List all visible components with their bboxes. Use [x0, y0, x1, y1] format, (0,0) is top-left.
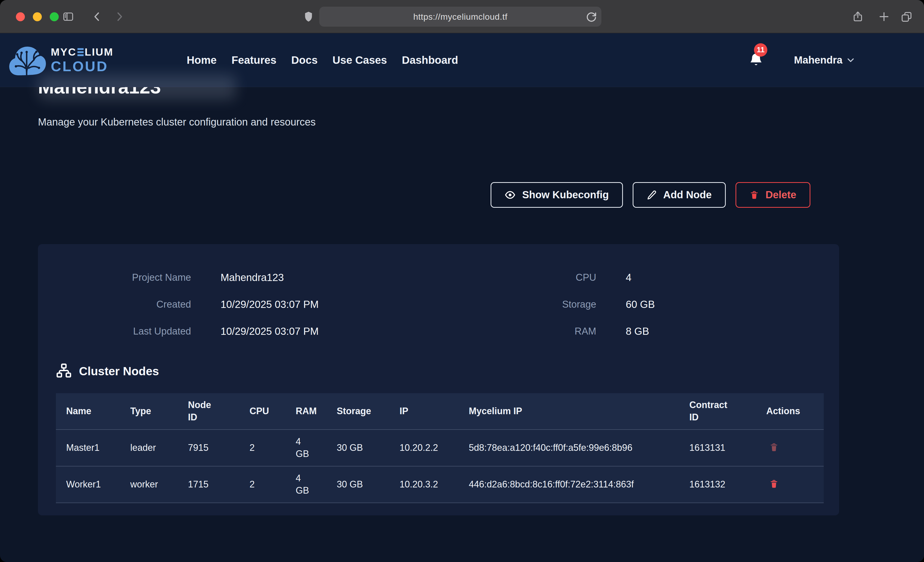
- delete-node-icon[interactable]: [766, 477, 782, 492]
- nav-item-features[interactable]: Features: [232, 54, 276, 66]
- traffic-lights: [16, 12, 59, 21]
- nav-links: Home Features Docs Use Cases Dashboard: [187, 54, 458, 66]
- delete-node-icon[interactable]: [766, 440, 782, 456]
- mycelium-cloud-logo-icon: [8, 42, 46, 79]
- table-row: Worker1 worker 1715 2 4 GB 30 GB 10.20.3…: [56, 466, 824, 503]
- cell-ip: 10.20.2.2: [389, 436, 459, 460]
- privacy-shield-icon: [303, 11, 314, 22]
- col-name: Name: [56, 399, 120, 423]
- brand-e-glyph: [78, 48, 84, 56]
- cell-name: Worker1: [56, 472, 120, 496]
- col-ip: IP: [389, 399, 459, 423]
- sidebar-toggle-icon[interactable]: [62, 11, 74, 22]
- url-text: https://myceliumcloud.tf: [413, 12, 507, 22]
- cpu-value: 4: [626, 272, 821, 283]
- add-node-button[interactable]: Add Node: [633, 182, 726, 208]
- cell-contract-id: 1613132: [679, 472, 756, 496]
- cell-contract-id: 1613131: [679, 436, 756, 460]
- cpu-label: CPU: [507, 272, 596, 283]
- col-mycelium-ip: Mycelium IP: [459, 399, 679, 423]
- cell-name: Master1: [56, 436, 120, 460]
- cell-ram: 4 GB: [285, 430, 327, 466]
- cell-node-id: 1715: [178, 472, 239, 496]
- cell-cpu: 2: [239, 436, 285, 460]
- site-navbar: MYC LIUM CLOUD Home Features Docs Use Ca…: [0, 33, 924, 87]
- cluster-card: Project Name Mahendra123 CPU 4 Created 1…: [38, 244, 839, 516]
- cluster-actions: Show Kubeconfig Add Node Delete: [0, 182, 924, 208]
- cell-node-id: 7915: [178, 436, 239, 460]
- ram-label: RAM: [507, 326, 596, 337]
- project-name-value: Mahendra123: [220, 272, 477, 283]
- notification-count-badge: 11: [754, 43, 767, 57]
- col-type: Type: [120, 399, 178, 423]
- show-kubeconfig-button[interactable]: Show Kubeconfig: [490, 182, 623, 208]
- cluster-details: Project Name Mahendra123 CPU 4 Created 1…: [56, 264, 821, 345]
- col-cpu: CPU: [239, 399, 285, 423]
- main-content: Mahendra123 Manage your Kubernetes clust…: [0, 77, 924, 516]
- created-label: Created: [56, 299, 191, 310]
- last-updated-label: Last Updated: [56, 326, 191, 337]
- brand-line2: CLOUD: [51, 59, 113, 73]
- network-nodes-icon: [56, 363, 72, 379]
- reload-icon[interactable]: [585, 11, 597, 22]
- user-name: Mahendra: [794, 54, 843, 66]
- cell-storage: 30 GB: [327, 472, 389, 496]
- page-subtitle: Manage your Kubernetes cluster configura…: [38, 116, 924, 128]
- minimize-window-button[interactable]: [33, 12, 42, 21]
- zoom-window-button[interactable]: [50, 12, 59, 21]
- address-bar[interactable]: https://myceliumcloud.tf: [319, 7, 602, 27]
- ram-value: 8 GB: [626, 326, 821, 337]
- storage-value: 60 GB: [626, 299, 821, 310]
- cell-type: worker: [120, 472, 178, 496]
- storage-label: Storage: [507, 299, 596, 310]
- brand-line1: MYC LIUM: [51, 47, 113, 57]
- table-body: Master1 leader 7915 2 4 GB 30 GB 10.20.2…: [56, 430, 824, 503]
- nav-item-use-cases[interactable]: Use Cases: [332, 54, 387, 66]
- notifications-bell-icon[interactable]: 11: [749, 52, 763, 69]
- close-window-button[interactable]: [16, 12, 25, 21]
- table-row: Master1 leader 7915 2 4 GB 30 GB 10.20.2…: [56, 430, 824, 466]
- forward-icon[interactable]: [113, 11, 125, 22]
- user-menu[interactable]: Mahendra: [794, 54, 854, 66]
- trash-icon: [750, 190, 759, 200]
- share-icon[interactable]: [852, 11, 864, 22]
- cell-actions: [756, 435, 824, 461]
- cell-mycelium-ip: 446:d2a6:8bcd:8c16:ff0f:72e2:3114:863f: [459, 472, 679, 496]
- back-icon[interactable]: [91, 11, 103, 22]
- nav-item-dashboard[interactable]: Dashboard: [402, 54, 458, 66]
- last-updated-value: 10/29/2025 03:07 PM: [220, 326, 477, 337]
- eye-icon: [505, 190, 516, 200]
- col-contract-id: Contract ID: [679, 393, 756, 429]
- nav-item-docs[interactable]: Docs: [291, 54, 318, 66]
- cluster-nodes-heading: Cluster Nodes: [56, 363, 821, 379]
- tab-overview-icon[interactable]: [901, 11, 912, 22]
- cell-ip: 10.20.3.2: [389, 472, 459, 496]
- browser-window: https://myceliumcloud.tf: [0, 0, 924, 562]
- col-actions: Actions: [756, 399, 824, 423]
- nav-right: 11 Mahendra: [749, 52, 854, 69]
- chevron-down-icon: [847, 58, 854, 63]
- cell-storage: 30 GB: [327, 436, 389, 460]
- delete-cluster-button[interactable]: Delete: [735, 182, 810, 208]
- created-value: 10/29/2025 03:07 PM: [220, 299, 477, 310]
- cell-ram: 4 GB: [285, 466, 327, 502]
- brand-logo[interactable]: MYC LIUM CLOUD: [8, 42, 113, 79]
- col-node-id: Node ID: [178, 393, 239, 429]
- col-storage: Storage: [327, 399, 389, 423]
- table-header-row: Name Type Node ID CPU RAM Storage IP Myc…: [56, 393, 824, 430]
- col-ram: RAM: [285, 399, 327, 423]
- cell-cpu: 2: [239, 472, 285, 496]
- cell-mycelium-ip: 5d8:78ea:a120:f40c:ff0f:a5fe:99e6:8b96: [459, 436, 679, 460]
- brand-text: MYC LIUM CLOUD: [51, 47, 113, 73]
- pencil-icon: [647, 190, 657, 200]
- new-tab-icon[interactable]: [878, 11, 890, 22]
- browser-chrome: https://myceliumcloud.tf: [0, 0, 924, 33]
- cell-type: leader: [120, 436, 178, 460]
- cluster-nodes-table: Name Type Node ID CPU RAM Storage IP Myc…: [56, 393, 824, 503]
- project-name-label: Project Name: [56, 272, 191, 283]
- cell-actions: [756, 471, 824, 498]
- nav-item-home[interactable]: Home: [187, 54, 217, 66]
